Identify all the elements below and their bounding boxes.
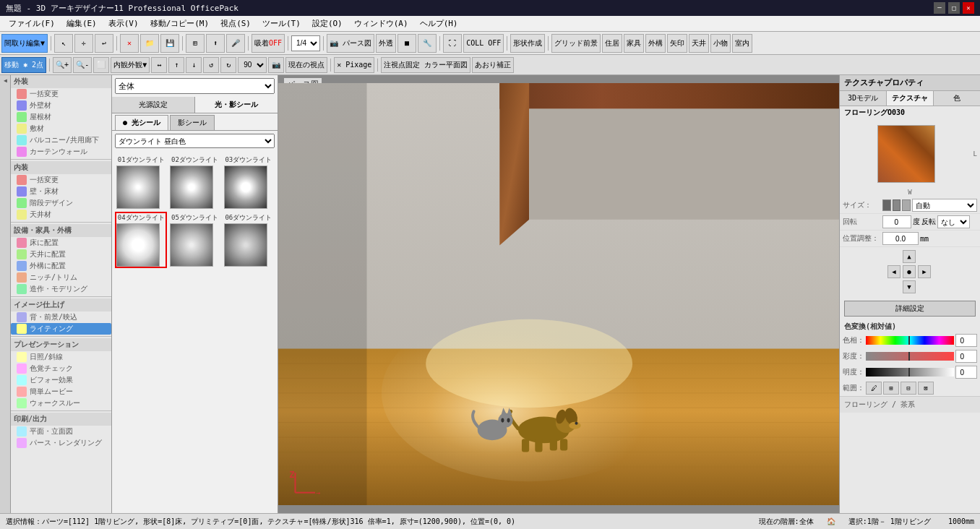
cat-sunshine[interactable]: 日照/斜線	[11, 351, 111, 363]
saturation-input[interactable]	[955, 350, 977, 363]
cat-yane[interactable]: 屋根材	[11, 111, 111, 123]
arrow-right-nav[interactable]: ▶	[918, 265, 931, 278]
maximize-button[interactable]: □	[948, 2, 960, 14]
arrow-toggle[interactable]: 矢印	[667, 34, 687, 53]
ls-icon-1[interactable]: ◀	[0, 75, 11, 86]
menu-view[interactable]: 表示(V)	[103, 17, 145, 30]
menu-viewpoint[interactable]: 視点(S)	[215, 17, 257, 30]
delete-button[interactable]: ✕	[120, 34, 139, 53]
brightness-input[interactable]	[955, 366, 977, 379]
menu-tools[interactable]: ツール(T)	[257, 17, 306, 30]
furniture-toggle[interactable]: 家具	[624, 34, 644, 53]
scope-btn-1[interactable]: 🖊	[866, 382, 882, 395]
cat-kaidan[interactable]: 階段デザイン	[11, 197, 111, 209]
cat-modeling[interactable]: 造作・モデリング	[11, 283, 111, 295]
cat-lighting[interactable]: ライティング	[11, 323, 111, 335]
rp-tab-3dmodel[interactable]: 3Dモデル	[840, 91, 887, 106]
fix-view-btn[interactable]: 注視点固定 カラー平面図	[381, 57, 470, 73]
house-toggle[interactable]: 住居	[602, 34, 622, 53]
rp-tab-color[interactable]: 色	[934, 91, 980, 106]
undo-button[interactable]: ↩	[95, 34, 113, 53]
rotation-input[interactable]	[882, 215, 911, 228]
thumbnail-02[interactable]: 02ダウンライト	[168, 154, 220, 210]
rotate-left[interactable]: ↺	[203, 57, 219, 73]
grid-view-button[interactable]: ⊞	[186, 34, 205, 53]
cat-curtain[interactable]: カーテンウォール	[11, 146, 111, 158]
tab-light-source[interactable]: 光源設定	[112, 97, 195, 113]
move-tool[interactable]: ✛	[74, 34, 93, 53]
pixage-btn[interactable]: ✕ Pixage	[334, 57, 374, 73]
cat-background[interactable]: 背・前景/映込	[11, 311, 111, 323]
move-2pt-button[interactable]: 移動 ✱ 2点	[1, 57, 46, 73]
collision-button[interactable]: COLL OFF	[463, 34, 504, 53]
degrees-select[interactable]: 90°45°	[238, 57, 267, 73]
scope-btn-3[interactable]: ⊟	[901, 382, 916, 395]
menu-settings[interactable]: 設定(O)	[306, 17, 348, 30]
camera-btn[interactable]: 📷	[268, 57, 284, 73]
cat-tenjou-haichi[interactable]: 天井に配置	[11, 249, 111, 260]
cat-kabe[interactable]: 壁・床材	[11, 186, 111, 197]
create-shape-button[interactable]: 形状作成	[510, 34, 545, 53]
rp-tab-texture[interactable]: テクスチャ	[887, 91, 934, 106]
room-toggle[interactable]: 室内	[732, 34, 752, 53]
grid-toggle[interactable]: グリッド前景	[551, 34, 601, 53]
current-view-btn[interactable]: 現在の視点	[285, 57, 327, 73]
arrow-up[interactable]: ▲	[903, 250, 916, 263]
ceiling-toggle[interactable]: 天井	[689, 34, 709, 53]
arrow-center[interactable]: ●	[903, 265, 916, 278]
folder-button[interactable]: 📁	[140, 34, 159, 53]
menu-window[interactable]: ウィンドウ(A)	[348, 17, 414, 30]
scope-btn-4[interactable]: ⊠	[918, 382, 934, 395]
dark-button[interactable]: ■	[397, 34, 416, 53]
up-btn[interactable]: ↑	[168, 57, 184, 73]
cat-movie[interactable]: 簡単ムービー	[11, 386, 111, 397]
cat-shikichi[interactable]: 敷材	[11, 123, 111, 134]
minimize-button[interactable]: ─	[934, 2, 945, 14]
thumbnail-01[interactable]: 01ダウンライト	[115, 154, 167, 210]
cat-gaiheki[interactable]: 外壁材	[11, 100, 111, 111]
tab-light-shade[interactable]: 光・影シール	[195, 97, 278, 113]
rotate-right[interactable]: ↻	[220, 57, 236, 73]
transparent-button[interactable]: 外透	[376, 34, 396, 53]
cat-walk[interactable]: ウォークスルー	[11, 397, 111, 409]
hue-input[interactable]	[955, 334, 977, 347]
small-toggle[interactable]: 小物	[710, 34, 731, 53]
sub-tab-light[interactable]: ● 光シール	[115, 115, 168, 130]
wrench-button[interactable]: 🔧	[418, 34, 437, 53]
pointer-tool[interactable]: ↖	[54, 34, 73, 53]
center-area-dropdown[interactable]: 全体	[115, 78, 275, 94]
zoom-fit-btn[interactable]: ⬜	[93, 57, 109, 73]
mic-button[interactable]: 🎤	[226, 34, 245, 53]
menu-move-copy[interactable]: 移動/コピー(M)	[145, 17, 215, 30]
size-auto-dropdown[interactable]: 自動手動	[912, 199, 977, 212]
cat-plan-view[interactable]: 平面・立面図	[11, 426, 111, 437]
cat-color-check[interactable]: 色覚チェック	[11, 363, 111, 374]
cat-rendering[interactable]: パース・レンダリング	[11, 437, 111, 449]
menu-help[interactable]: ヘルプ(H)	[414, 17, 464, 30]
fullscreen-button[interactable]: ⛶	[443, 34, 462, 53]
cat-ikkatsu-gaiso[interactable]: 一括変更	[11, 88, 111, 100]
nav-edit-button[interactable]: 間取り編集▼	[1, 34, 48, 53]
thumbnail-03[interactable]: 03ダウンライト	[223, 154, 275, 210]
sub-tab-shadow[interactable]: 影シール	[170, 115, 215, 130]
position-input[interactable]	[882, 232, 919, 245]
adhesion-off-button[interactable]: 吸着 OFF	[252, 34, 285, 53]
zoom-in-btn[interactable]: 🔍+	[53, 57, 72, 73]
cat-yuka-haichi[interactable]: 床に配置	[11, 237, 111, 249]
texture-preview[interactable]	[877, 125, 935, 183]
perspective-button[interactable]: 📷 パース図	[327, 34, 374, 53]
fraction-dropdown[interactable]: 1/41/21/1	[291, 35, 320, 51]
down-btn[interactable]: ↓	[186, 57, 202, 73]
outside-toggle[interactable]: 外構	[645, 34, 666, 53]
thumbnail-04[interactable]: 04ダウンライト	[115, 212, 167, 268]
correct-btn[interactable]: あおり補正	[472, 57, 514, 73]
cat-niche[interactable]: ニッチ/トリム	[11, 272, 111, 283]
cat-ikkatsu-naiso[interactable]: 一括変更	[11, 174, 111, 186]
cat-tenjou[interactable]: 天井材	[11, 209, 111, 220]
flip-dropdown[interactable]: なし水平垂直	[937, 215, 970, 228]
interior-exterior-btn[interactable]: 内観外観▼	[111, 57, 150, 73]
scope-btn-2[interactable]: ⊞	[883, 382, 899, 395]
close-button[interactable]: ✕	[963, 2, 974, 14]
thumbnail-05[interactable]: 05ダウンライト	[168, 212, 220, 268]
move-btn-small[interactable]: ↔	[151, 57, 167, 73]
